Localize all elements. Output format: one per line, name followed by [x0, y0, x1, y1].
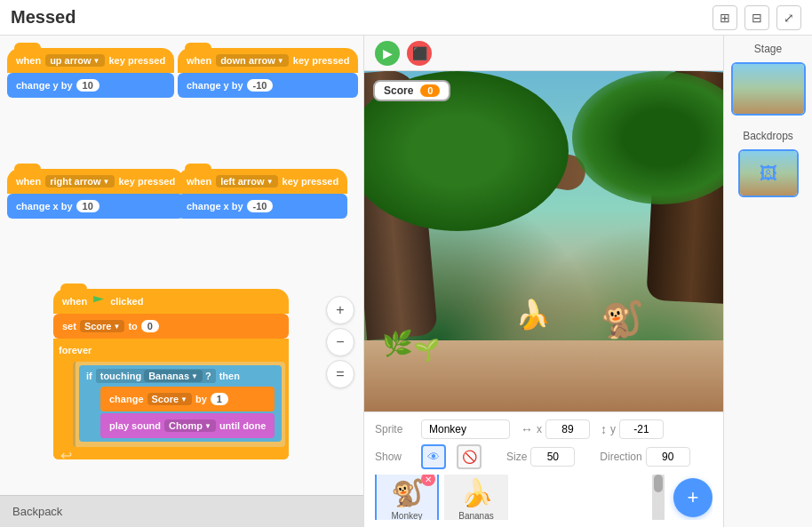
when-label-left: when: [187, 176, 211, 187]
score-value: 0: [420, 84, 440, 97]
scroll-thumb[interactable]: [654, 475, 663, 492]
bananas-emoji: 🍌: [460, 475, 493, 511]
sprite-scroll: [652, 475, 665, 520]
to-val: 0: [141, 320, 159, 332]
stage-controls: ▶ ⬛: [364, 36, 723, 71]
size-group: Size: [506, 447, 575, 467]
play-sound-block: play sound Chomp until done: [100, 413, 275, 438]
then-label: then: [219, 371, 240, 381]
hat-block-clicked: when clicked: [53, 289, 289, 314]
direction-label: Direction: [600, 451, 641, 463]
stage-panel: ▶ ⬛ 🌿 🌱 🍌: [364, 36, 723, 527]
sprite-bottom-row: Show 👁 🚫 Size Direction: [375, 444, 712, 469]
to-label: to: [128, 321, 137, 331]
backdrop-icon: 🖼: [760, 164, 777, 184]
when-label: when: [16, 55, 41, 66]
change-y-label: change y by: [16, 80, 73, 91]
score-label: Score: [384, 84, 413, 97]
change-score-block: change Score by 1: [100, 387, 275, 411]
backdrop-thumb-bg: 🖼: [740, 151, 797, 196]
flag-icon: [93, 296, 104, 307]
val-x-10: 10: [76, 200, 100, 212]
banana-sprite: 🍌: [515, 298, 551, 331]
x-input[interactable]: [545, 419, 590, 439]
forever-label: forever: [59, 345, 92, 355]
key-pressed-label-down: key pressed: [293, 55, 350, 66]
y-icon: ↕: [601, 422, 607, 436]
by-val: 1: [211, 393, 228, 405]
when-label-right: when: [16, 176, 41, 187]
down-arrow-dropdown[interactable]: down arrow: [216, 54, 289, 67]
x-label: x: [537, 423, 542, 435]
size-input[interactable]: [530, 447, 575, 467]
y-input[interactable]: [619, 419, 664, 439]
block-group-right-arrow: when right arrow key pressed change x by…: [7, 169, 184, 219]
y-coord-group: ↕ y: [601, 419, 664, 439]
backdrop-thumbnail[interactable]: 🖼: [738, 149, 799, 197]
code-panel: when up arrow key pressed change y by 10…: [0, 36, 364, 527]
chomp-dropdown[interactable]: Chomp: [164, 419, 216, 432]
show-hidden-button[interactable]: 🚫: [457, 444, 482, 469]
score-dropdown[interactable]: Score: [80, 320, 125, 332]
x-icon: ↔: [521, 422, 533, 436]
play-sound-label: play sound: [109, 420, 161, 431]
if-label: if: [86, 371, 92, 381]
sprite-thumb-bananas[interactable]: 🍌 Bananas: [444, 475, 508, 520]
fullscreen-button[interactable]: ⤢: [776, 5, 801, 30]
up-arrow-dropdown[interactable]: up arrow: [45, 54, 104, 67]
change-y-10-block: change y by 10: [7, 73, 174, 98]
right-foliage: [572, 71, 723, 204]
add-sprite-button[interactable]: +: [673, 478, 712, 517]
left-arrow-dropdown[interactable]: left arrow: [216, 175, 277, 188]
zoom-in-button[interactable]: +: [326, 296, 354, 324]
layout-button[interactable]: ⊞: [712, 5, 737, 30]
code-workspace[interactable]: when up arrow key pressed change y by 10…: [0, 36, 363, 495]
right-arrow-dropdown[interactable]: right arrow: [45, 175, 114, 188]
by-label: by: [195, 394, 207, 404]
scroll-track: [652, 475, 665, 520]
block-group-down-arrow: when down arrow key pressed change y by …: [178, 48, 358, 98]
change-label: change: [109, 394, 144, 404]
forever-cap: ↩: [53, 447, 289, 459]
backpack-bar[interactable]: Backpack: [0, 495, 363, 527]
plant-left: 🌿: [382, 329, 413, 358]
show-visible-button[interactable]: 👁: [421, 444, 446, 469]
direction-group: Direction: [600, 447, 689, 467]
change-y-neg10-block: change y by -10: [178, 73, 358, 98]
question: ?: [205, 371, 211, 381]
green-flag-button[interactable]: ▶: [375, 41, 400, 66]
sprite-top-row: Sprite ↔ x ↕ y: [375, 419, 712, 439]
when-label-down: when: [187, 55, 211, 66]
app-title: Messed: [11, 7, 76, 28]
if-header: if touching Bananas ? then: [86, 369, 275, 383]
set-score-block: set Score to 0: [53, 314, 289, 339]
zoom-out-button[interactable]: −: [326, 328, 354, 356]
score-dropdown2[interactable]: Score: [147, 393, 193, 405]
val-x-neg10: -10: [247, 200, 274, 212]
hat-block-up: when up arrow key pressed: [7, 48, 174, 73]
sprite-name-input[interactable]: [421, 419, 510, 439]
backpack-label: Backpack: [12, 505, 62, 518]
stop-button[interactable]: ⬛: [407, 41, 432, 66]
plant-left2: 🌱: [413, 338, 440, 363]
jungle-background: 🌿 🌱 🍌 🐒: [364, 71, 723, 411]
split-button[interactable]: ⊟: [744, 5, 769, 30]
forever-inner: if touching Bananas ? then: [73, 362, 285, 447]
stage-label: Stage: [754, 43, 782, 55]
if-body: change Score by 1 play sound Chomp: [100, 387, 275, 438]
hat-block-right: when right arrow key pressed: [7, 169, 184, 194]
x-coord-group: ↔ x: [521, 419, 590, 439]
stage-canvas[interactable]: 🌿 🌱 🍌 🐒 Score 0: [364, 71, 723, 411]
delete-monkey-button[interactable]: ✕: [421, 475, 435, 486]
clicked-text: clicked: [110, 296, 143, 307]
when-clicked-label: when: [62, 296, 87, 307]
key-pressed-label-left: key pressed: [283, 176, 339, 187]
workspace-icons: + − =: [326, 296, 354, 388]
direction-input[interactable]: [646, 447, 690, 467]
stage-mini-thumbnail[interactable]: [731, 62, 806, 116]
sprite-thumb-monkey[interactable]: ✕ 🐒 Monkey: [375, 475, 439, 520]
forever-block: forever: [53, 339, 289, 362]
stage-mini-bg: [733, 64, 804, 114]
bananas-dropdown[interactable]: Bananas: [144, 370, 203, 382]
fit-button[interactable]: =: [326, 360, 354, 388]
